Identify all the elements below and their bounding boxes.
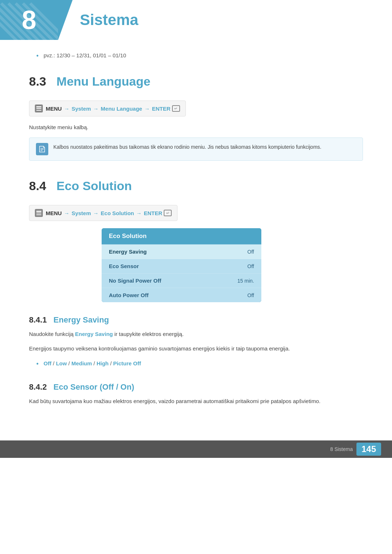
note-icon-83 xyxy=(36,143,48,155)
subsection-842-title: Eco Sensor (Off / On) xyxy=(53,382,134,391)
eco-item-label-0: Energy Saving xyxy=(109,249,147,255)
breadcrumb-arrow3-83: → xyxy=(144,106,150,112)
chapter-number: 8 xyxy=(22,5,36,35)
intro-bullet-item: pvz.: 12/30 – 12/31, 01/01 – 01/10 xyxy=(36,51,363,60)
subsection-842-body: Kad būtų suvartojama kuo mažiau elektros… xyxy=(29,397,363,406)
section-84-header: 8.4 Eco Solution xyxy=(29,179,363,196)
breadcrumb-system-84: System xyxy=(72,210,91,216)
svg-rect-7 xyxy=(36,213,41,213)
nav-breadcrumb-83: MENU → System → Menu Language → ENTER ↵ xyxy=(29,100,186,116)
footer-section-label: 8 Sistema xyxy=(330,446,353,452)
separator-4: / xyxy=(110,360,113,366)
eco-menu-item-auto-power[interactable]: Auto Power Off Off xyxy=(102,288,261,302)
note-text-83: Kalbos nuostatos pakeitimas bus taikomas… xyxy=(53,143,321,151)
note-box-83: Kalbos nuostatos pakeitimas bus taikomas… xyxy=(29,138,363,161)
breadcrumb-enter-label-84: ENTER xyxy=(144,210,162,216)
svg-rect-0 xyxy=(36,106,41,107)
enter-icon-83: ↵ xyxy=(172,105,180,112)
section-83-title: Menu Language xyxy=(57,74,151,88)
eco-item-label-1: Eco Sensor xyxy=(109,263,139,269)
eco-menu-item-energy-saving[interactable]: Energy Saving Off xyxy=(102,245,261,259)
subsection-841-body2: Energijos taupymo veiksena kontroliuojam… xyxy=(29,344,363,353)
breadcrumb-arrow2-84: → xyxy=(93,210,99,216)
subsection-841-header: 8.4.1 Energy Saving xyxy=(29,315,363,325)
footer-page-number: 145 xyxy=(356,443,381,456)
svg-rect-8 xyxy=(36,214,41,215)
subsection-841-body1: Naudokite funkciją Energy Saving ir taup… xyxy=(29,330,363,338)
section-84-title: Eco Solution xyxy=(57,179,132,193)
eco-menu-item-no-signal[interactable]: No Signal Power Off 15 min. xyxy=(102,274,261,288)
svg-rect-2 xyxy=(36,110,41,111)
eco-item-value-1: Off xyxy=(248,263,254,269)
separator-2: / xyxy=(68,360,71,366)
high-option: High xyxy=(97,360,109,366)
breadcrumb-arrow2-83: → xyxy=(93,106,99,112)
picture-off-option: Picture Off xyxy=(113,360,141,366)
subsection-842-number: 8.4.2 xyxy=(29,382,47,391)
breadcrumb-menu-83: MENU xyxy=(46,106,62,112)
separator-3: / xyxy=(94,360,97,366)
breadcrumb-system-83: System xyxy=(72,106,91,112)
subsection-841-list: Off / Low / Medium / High / Picture Off xyxy=(36,359,363,368)
eco-item-label-2: No Signal Power Off xyxy=(109,278,161,284)
section-83-body: Nustatykite meniu kalbą. xyxy=(29,123,363,132)
breadcrumb-menu-84: MENU xyxy=(46,210,62,216)
breadcrumb-arrow3-84: → xyxy=(136,210,142,216)
separator-1: / xyxy=(53,360,56,366)
eco-menu-title: Eco Solution xyxy=(102,228,261,245)
chapter-title: Sistema xyxy=(80,11,138,29)
off-option: Off xyxy=(44,360,52,366)
eco-item-value-3: Off xyxy=(248,292,254,298)
enter-icon-84: ↵ xyxy=(164,210,172,216)
energy-saving-highlight: Energy Saving xyxy=(75,331,113,337)
page-footer: 8 Sistema 145 xyxy=(0,440,392,458)
eco-menu-box: Eco Solution Energy Saving Off Eco Senso… xyxy=(102,228,261,302)
svg-rect-1 xyxy=(36,108,41,109)
svg-rect-6 xyxy=(36,211,41,212)
subsection-841-bullet: Off / Low / Medium / High / Picture Off xyxy=(36,359,363,368)
breadcrumb-enter-label-83: ENTER xyxy=(152,106,171,112)
subsection-842-header: 8.4.2 Eco Sensor (Off / On) xyxy=(29,382,363,392)
eco-item-value-0: Off xyxy=(248,249,254,255)
menu-icon-83 xyxy=(35,104,43,112)
intro-list: pvz.: 12/30 – 12/31, 01/01 – 01/10 xyxy=(36,51,363,60)
page-header: 8 Sistema xyxy=(0,0,392,40)
low-option: Low xyxy=(56,360,67,366)
breadcrumb-item-83: Menu Language xyxy=(101,106,142,112)
breadcrumb-item-84: Eco Solution xyxy=(101,210,134,216)
eco-menu-item-eco-sensor[interactable]: Eco Sensor Off xyxy=(102,259,261,274)
medium-option: Medium xyxy=(72,360,92,366)
section-83-header: 8.3 Menu Language xyxy=(29,74,363,91)
header-blue-block: 8 xyxy=(0,0,58,40)
main-content: pvz.: 12/30 – 12/31, 01/01 – 01/10 8.3 M… xyxy=(0,40,392,440)
section-84-number: 8.4 xyxy=(29,179,46,193)
subsection-841-title: Energy Saving xyxy=(53,315,109,324)
breadcrumb-arrow1-84: → xyxy=(64,210,69,216)
breadcrumb-arrow1-83: → xyxy=(64,106,69,112)
subsection-841-number: 8.4.1 xyxy=(29,315,47,324)
page-wrapper: 8 Sistema pvz.: 12/30 – 12/31, 01/01 – 0… xyxy=(0,0,392,554)
section-83-number: 8.3 xyxy=(29,74,46,88)
eco-item-label-3: Auto Power Off xyxy=(109,292,148,298)
eco-item-value-2: 15 min. xyxy=(237,278,254,284)
nav-breadcrumb-84: MENU → System → Eco Solution → ENTER ↵ xyxy=(29,205,177,221)
menu-icon-84 xyxy=(35,209,43,217)
